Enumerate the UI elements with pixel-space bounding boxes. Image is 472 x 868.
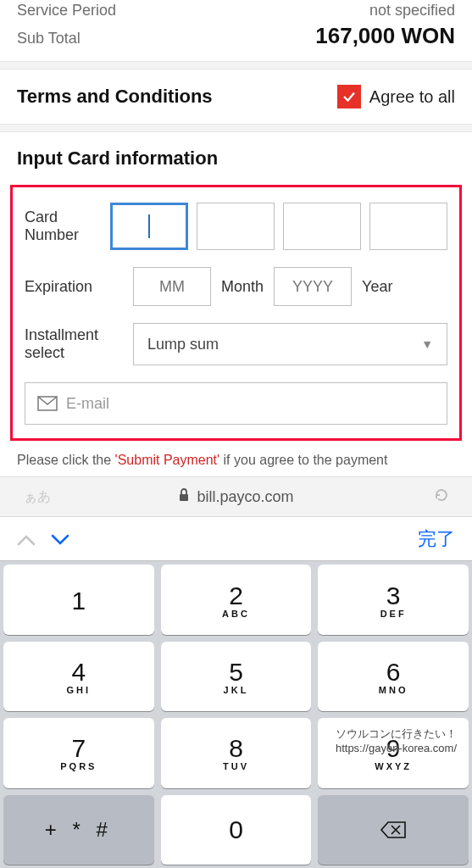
- key-2[interactable]: 2ABC: [161, 565, 312, 634]
- order-summary: Service Period not specified Sub Total 1…: [0, 0, 472, 61]
- key-symbols[interactable]: + * #: [3, 795, 154, 865]
- reload-icon[interactable]: [433, 487, 450, 507]
- key-9[interactable]: 9WXYZ: [318, 718, 469, 787]
- subtotal-value: 167,000 WON: [315, 23, 455, 49]
- key-8[interactable]: 8TUV: [161, 718, 312, 787]
- submit-payment-text: 'Submit Payment': [115, 453, 220, 467]
- key-6[interactable]: 6MNO: [318, 642, 469, 711]
- numeric-keyboard: 1 2ABC 3DEF 4GHI 5JKL 6MNO 7PQRS 8TUV 9W…: [0, 561, 472, 868]
- expiration-month-input[interactable]: [133, 267, 211, 306]
- card-number-label: Card Number: [25, 209, 110, 243]
- key-3[interactable]: 3DEF: [318, 565, 469, 634]
- prev-field-button[interactable]: [17, 526, 36, 552]
- checkbox-checked-icon[interactable]: [337, 85, 361, 108]
- month-text: Month: [221, 278, 264, 296]
- service-period-label: Service Period: [17, 2, 116, 19]
- browser-url-bar[interactable]: ぁあ bill.payco.com: [0, 476, 472, 517]
- installment-select[interactable]: Lump sum ▼: [133, 323, 447, 365]
- email-input[interactable]: E-mail: [25, 382, 447, 425]
- ime-hint: ぁあ: [24, 488, 51, 506]
- payment-note: Please click the 'Submit Payment' if you…: [0, 441, 472, 470]
- mail-icon: [37, 396, 58, 411]
- installment-value: Lump sum: [147, 336, 219, 353]
- year-text: Year: [362, 278, 392, 296]
- key-5[interactable]: 5JKL: [161, 642, 312, 711]
- card-number-input-4[interactable]: [369, 203, 447, 250]
- text-caret-icon: [148, 214, 150, 238]
- subtotal-label: Sub Total: [17, 30, 81, 47]
- agree-all-toggle[interactable]: Agree to all: [337, 85, 455, 108]
- keyboard-accessory-bar: 完了: [0, 517, 472, 561]
- service-period-value: not specified: [369, 2, 455, 19]
- card-number-input-3[interactable]: [283, 203, 361, 250]
- card-number-input-2[interactable]: [197, 203, 275, 250]
- card-section-title: Input Card information: [17, 147, 455, 170]
- key-7[interactable]: 7PQRS: [3, 718, 154, 787]
- installment-label: Installment select: [25, 326, 133, 361]
- agree-all-label: Agree to all: [369, 87, 455, 107]
- expiration-year-input[interactable]: [274, 267, 352, 306]
- terms-title: Terms and Conditions: [17, 86, 213, 108]
- card-number-input-1[interactable]: [110, 203, 188, 250]
- terms-section: Terms and Conditions Agree to all: [0, 70, 472, 124]
- section-divider: [0, 124, 472, 132]
- email-placeholder: E-mail: [66, 395, 109, 413]
- section-divider: [0, 61, 472, 70]
- expiration-label: Expiration: [25, 278, 133, 296]
- card-form-highlight: Card Number Expiration Month Year: [10, 185, 462, 441]
- key-0[interactable]: 0: [161, 795, 312, 865]
- next-field-button[interactable]: [51, 526, 69, 552]
- svg-rect-1: [180, 494, 188, 501]
- url-domain: bill.payco.com: [197, 488, 293, 506]
- key-backspace[interactable]: [318, 795, 469, 865]
- key-4[interactable]: 4GHI: [3, 642, 154, 711]
- chevron-down-icon: ▼: [421, 337, 433, 351]
- keyboard-done-button[interactable]: 完了: [418, 526, 455, 552]
- key-1[interactable]: 1: [3, 565, 154, 634]
- lock-icon: [178, 488, 190, 506]
